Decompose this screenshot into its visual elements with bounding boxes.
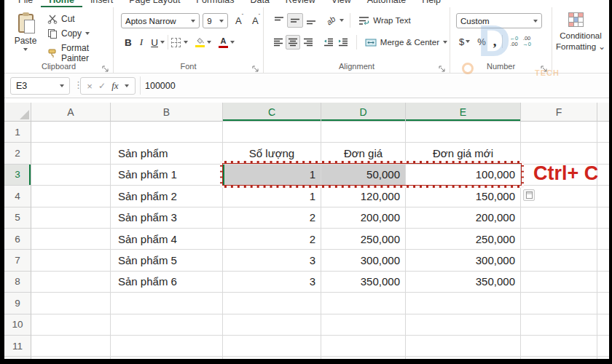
align-center-button[interactable] [286,35,300,50]
tab-automate[interactable]: Automate [359,0,415,7]
tab-view[interactable]: View [323,0,359,7]
row-header-6[interactable]: 6 [4,229,31,250]
tab-insert[interactable]: Insert [82,0,121,7]
cell-d7[interactable]: 300,000 [321,250,406,271]
row-header-10[interactable]: 10 [4,314,31,336]
column-header-e[interactable]: E [406,103,521,122]
cell-b9[interactable] [111,293,223,314]
cell-c12[interactable] [223,357,321,359]
cell-b10[interactable] [111,314,223,336]
cell-e3-active[interactable]: 100,000 [406,165,521,186]
cell-a11[interactable] [31,336,111,357]
column-header-g-partial[interactable] [597,103,609,122]
align-middle-button[interactable] [287,13,303,28]
tab-page-layout[interactable]: Page Layout [121,0,188,7]
borders-button[interactable] [171,38,181,47]
cell-e10[interactable] [406,314,521,336]
fill-color-button[interactable] [195,37,205,47]
merge-center-button[interactable]: Merge & Center [363,37,450,48]
cell-g12[interactable] [597,357,609,359]
cell-d6[interactable]: 250,000 [321,229,406,250]
alignment-dialog-launcher-icon[interactable] [439,63,446,70]
cell-e5[interactable]: 200,000 [406,207,521,229]
font-name-combo[interactable]: Aptos Narrow [121,13,200,28]
cell-d4[interactable]: 120,000 [321,186,406,207]
italic-button[interactable]: I [138,36,146,48]
cell-g9[interactable] [597,293,609,314]
cell-b11[interactable] [111,336,223,357]
decrease-decimal-button[interactable]: .00 →0 [520,36,533,47]
cell-f7[interactable] [521,250,597,271]
cell-g11[interactable] [597,336,609,357]
cell-g1[interactable] [597,122,609,143]
cell-b8[interactable]: Sản phẩm 6 [111,272,223,293]
cell-c2[interactable]: Số lượng [223,143,321,164]
cell-f1[interactable] [521,122,597,143]
cell-a9[interactable] [31,293,111,314]
cell-c4[interactable]: 1 [223,186,321,207]
percent-style-button[interactable]: % [476,36,487,47]
tab-review[interactable]: Review [278,0,323,7]
cell-a5[interactable] [31,207,111,229]
decrease-indent-button[interactable] [321,35,336,50]
cell-e12[interactable] [406,357,521,359]
cell-e2[interactable]: Đơn giá mới [406,143,521,164]
shrink-font-button[interactable]: Aˇ [249,15,263,26]
cell-b7[interactable]: Sản phẩm 5 [111,250,223,271]
row-header-2[interactable]: 2 [4,143,31,164]
cell-e6[interactable]: 250,000 [406,229,521,250]
cell-d5[interactable]: 200,000 [321,207,406,229]
cell-e9[interactable] [406,293,521,314]
cell-b4[interactable]: Sản phẩm 2 [111,186,223,207]
comma-style-button[interactable]: , [493,38,497,45]
accounting-format-button[interactable]: $ [458,36,466,47]
cell-e4[interactable]: 150,000 [406,186,521,207]
tab-file[interactable]: File [10,0,41,7]
row-header-12[interactable] [4,357,31,359]
align-right-button[interactable] [300,35,315,50]
cell-b3[interactable]: Sản phẩm 1 [111,165,223,186]
cell-a8[interactable] [31,272,111,293]
column-header-a[interactable]: A [31,103,111,122]
cell-b5[interactable]: Sản phẩm 3 [111,207,223,229]
cell-g10[interactable] [597,314,609,336]
increase-indent-button[interactable] [336,35,350,50]
cell-c10[interactable] [223,314,321,336]
cell-d8[interactable]: 350,000 [321,272,406,293]
tab-data[interactable]: Data [242,0,277,7]
row-header-4[interactable]: 4 [4,186,31,207]
clipboard-dialog-launcher-icon[interactable] [102,63,109,70]
cell-e11[interactable] [406,336,521,357]
cell-d2[interactable]: Đơn giá [321,143,406,164]
name-box[interactable]: E3 [10,77,70,95]
cell-f8[interactable] [521,272,597,293]
cell-f6[interactable] [521,229,597,250]
cell-c3[interactable]: 1 [223,165,321,186]
cell-a2[interactable] [31,143,111,164]
cell-d3[interactable]: 50,000 [321,165,406,186]
enter-icon[interactable]: ✓ [98,81,106,91]
cell-f11[interactable] [521,336,597,357]
cell-c5[interactable]: 2 [223,207,321,229]
cell-c7[interactable]: 3 [223,250,321,271]
orientation-icon[interactable]: ab [325,15,337,27]
cell-c8[interactable]: 3 [223,272,321,293]
row-header-11[interactable]: 11 [4,336,31,357]
tab-home[interactable]: Home [41,0,82,7]
align-bottom-button[interactable] [303,13,319,28]
cell-f5[interactable] [521,207,597,229]
cell-a3[interactable] [31,165,111,186]
cell-g6[interactable] [597,229,609,250]
column-header-d[interactable]: D [321,103,406,122]
row-header-1[interactable]: 1 [4,122,31,143]
cell-a7[interactable] [31,250,111,271]
tab-formulas[interactable]: Formulas [188,0,242,7]
cell-d9[interactable] [321,293,406,314]
formula-input[interactable]: 100000 [145,74,609,98]
cut-button[interactable]: Cut [45,13,113,25]
cell-e7[interactable]: 300,000 [406,250,521,271]
wrap-text-button[interactable]: Wrap Text [356,15,412,26]
copy-button[interactable]: Copy [45,28,113,39]
paste-button[interactable]: Paste [10,12,41,62]
cell-g4[interactable] [597,186,609,207]
